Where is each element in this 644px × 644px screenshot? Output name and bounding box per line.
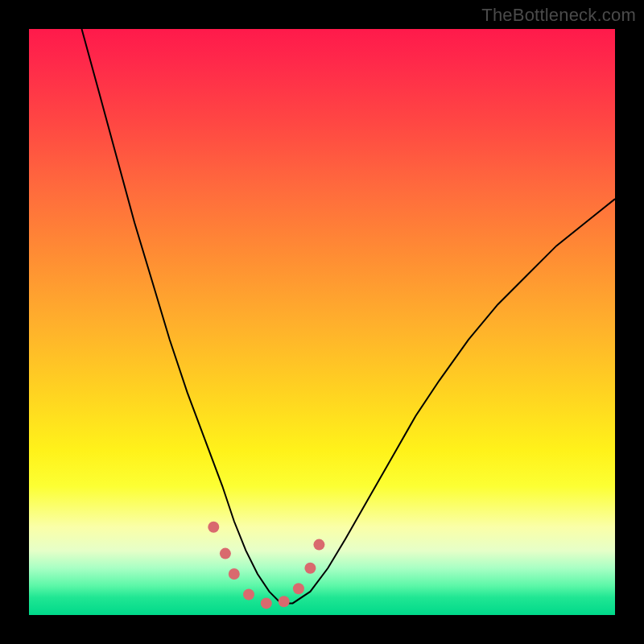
marker-dot: [261, 597, 272, 609]
plot-area: [29, 29, 615, 615]
marker-dot: [220, 548, 231, 559]
curve-svg: [29, 29, 615, 615]
marker-dot: [243, 589, 254, 601]
outer-frame: TheBottleneck.com: [0, 0, 644, 644]
watermark-text: TheBottleneck.com: [481, 5, 636, 26]
marker-dot: [279, 596, 290, 607]
marker-dot: [293, 583, 304, 594]
marker-dot: [313, 539, 324, 551]
marker-dot: [229, 568, 240, 580]
marker-dot: [208, 522, 219, 533]
bottleneck-curve: [82, 29, 616, 603]
marker-dot: [304, 563, 316, 574]
marker-group: [208, 522, 324, 609]
